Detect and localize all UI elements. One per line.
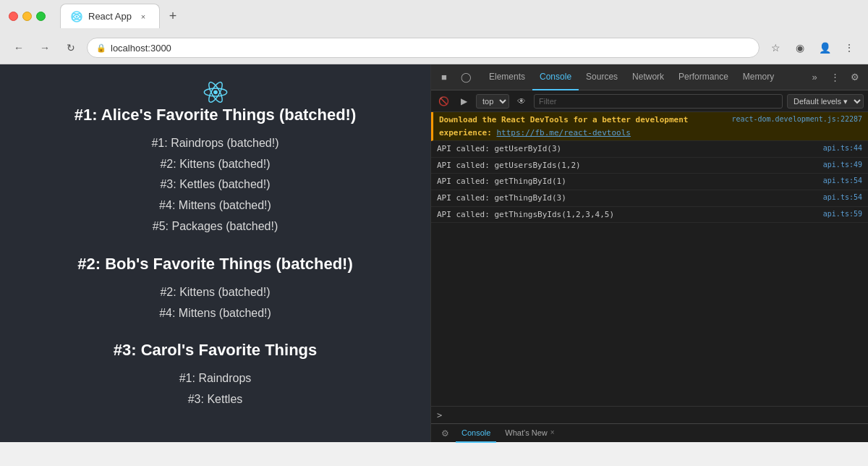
console-log-text-1: API called: getUserById(3) xyxy=(437,143,817,156)
console-warning-text: Download the React DevTools for a better… xyxy=(439,114,726,139)
tab-network[interactable]: Network xyxy=(625,64,671,90)
context-select[interactable]: top xyxy=(476,94,509,109)
bottom-tab-console[interactable]: Console xyxy=(456,424,496,443)
browser-tab[interactable]: React App × xyxy=(60,4,160,28)
title-bar: React App × + xyxy=(0,0,868,32)
more-tabs-button[interactable]: » xyxy=(804,67,825,88)
console-message-log-4: API called: getThingById(3) api.ts:54 xyxy=(431,190,868,207)
eye-icon[interactable]: 👁 xyxy=(514,93,529,109)
console-log-text-3: API called: getThingById(1) xyxy=(437,175,817,188)
tab-memory[interactable]: Memory xyxy=(736,64,781,90)
section3-items: #1: Raindrops#3: Kettles xyxy=(179,368,252,410)
address-bar[interactable]: 🔒 localhost:3000 xyxy=(87,38,760,58)
list-item: #3: Kettles xyxy=(179,389,252,410)
list-item: #4: Mittens (batched!) xyxy=(159,303,271,324)
new-tab-button[interactable]: + xyxy=(163,6,183,26)
address-bar-row: ← → ↻ 🔒 localhost:3000 ☆ ◉ 👤 ⋮ xyxy=(0,32,868,64)
devtools-link[interactable]: https://fb.me/react-devtools xyxy=(496,128,630,137)
console-message-log-2: API called: getUsersByIds(1,2) api.ts:49 xyxy=(431,158,868,174)
tab-performance[interactable]: Performance xyxy=(671,64,736,90)
console-log-text-2: API called: getUsersByIds(1,2) xyxy=(437,159,817,172)
url-display: localhost:3000 xyxy=(111,43,171,54)
menu-button[interactable]: ⋮ xyxy=(839,38,859,58)
react-logo xyxy=(172,79,259,106)
main-area: #1: Alice's Favorite Things (batched!) #… xyxy=(0,64,868,442)
console-log-source-1[interactable]: api.ts:44 xyxy=(823,143,862,156)
console-prompt-icon: > xyxy=(437,410,442,420)
minimize-window-button[interactable] xyxy=(22,12,32,21)
console-warning-source[interactable]: react-dom.development.js:22287 xyxy=(731,114,862,139)
device-toolbar-button[interactable]: ◯ xyxy=(456,67,476,88)
bottom-tab-whats-new-label: What's New xyxy=(505,428,547,437)
console-filter-toggle[interactable]: ▶ xyxy=(456,93,472,109)
back-button[interactable]: ← xyxy=(9,38,29,58)
browser-chrome: React App × + ← → ↻ 🔒 localhost:3000 ☆ ◉… xyxy=(0,0,868,64)
devtools-panel: ■ ◯ Elements Console Sources Network Per… xyxy=(430,64,868,442)
log-level-select[interactable]: Default levels ▾ xyxy=(787,94,864,109)
console-input[interactable] xyxy=(446,410,862,420)
inspect-element-button[interactable]: ■ xyxy=(434,67,454,88)
console-log-source-2[interactable]: api.ts:49 xyxy=(823,159,862,172)
profile-button[interactable]: 👤 xyxy=(814,38,835,58)
devtools-settings-button[interactable]: ⚙ xyxy=(845,67,865,88)
account-button[interactable]: ◉ xyxy=(790,38,810,58)
traffic-lights xyxy=(9,12,46,21)
tab-title: React App xyxy=(88,11,132,22)
console-log-source-4[interactable]: api.ts:54 xyxy=(823,192,862,205)
console-message-log-1: API called: getUserById(3) api.ts:44 xyxy=(431,141,868,158)
console-message-log-3: API called: getThingById(1) api.ts:54 xyxy=(431,174,868,190)
devtools-more-button[interactable]: ⋮ xyxy=(825,67,845,88)
console-clear-button[interactable]: 🚫 xyxy=(435,93,451,109)
tab-elements[interactable]: Elements xyxy=(482,64,532,90)
list-item: #3: Kettles (batched!) xyxy=(151,174,278,195)
tab-sources[interactable]: Sources xyxy=(579,64,625,90)
tab-favicon xyxy=(71,11,82,22)
list-item: #1: Raindrops (batched!) xyxy=(151,133,278,154)
list-item: #5: Packages (batched!) xyxy=(151,216,278,237)
console-message-log-5: API called: getThingsByIds(1,2,3,4,5) ap… xyxy=(431,207,868,224)
bottom-tab-console-label: Console xyxy=(461,428,490,437)
address-actions: ☆ ◉ 👤 ⋮ xyxy=(765,38,859,58)
console-message-warning: Download the React DevTools for a better… xyxy=(431,112,868,141)
console-toolbar: 🚫 ▶ top 👁 Default levels ▾ xyxy=(431,90,868,112)
close-window-button[interactable] xyxy=(9,12,18,21)
section3-title: #3: Carol's Favorite Things xyxy=(114,341,318,360)
refresh-button[interactable]: ↻ xyxy=(61,38,81,58)
tab-bar: React App × + xyxy=(51,4,192,28)
bottom-tab-whats-new[interactable]: What's New × xyxy=(499,424,560,443)
section2-title: #2: Bob's Favorite Things (batched!) xyxy=(77,255,353,274)
list-item: #1: Raindrops xyxy=(179,368,252,389)
bottom-tab-whats-new-close[interactable]: × xyxy=(550,428,555,436)
bottom-bar-settings-icon[interactable]: ⚙ xyxy=(437,425,453,441)
list-item: #4: Mittens (batched!) xyxy=(151,195,278,216)
list-item: #2: Kittens (batched!) xyxy=(159,282,271,303)
lock-icon: 🔒 xyxy=(96,43,106,53)
svg-point-3 xyxy=(76,15,78,17)
svg-point-4 xyxy=(213,90,218,95)
maximize-window-button[interactable] xyxy=(36,12,46,21)
section1-items: #1: Raindrops (batched!)#2: Kittens (bat… xyxy=(151,133,278,237)
app-content: #1: Alice's Favorite Things (batched!) #… xyxy=(0,64,430,442)
forward-button[interactable]: → xyxy=(35,38,55,58)
tab-close-button[interactable]: × xyxy=(137,11,149,22)
list-item: #2: Kittens (batched!) xyxy=(151,154,278,175)
section1-title: #1: Alice's Favorite Things (batched!) xyxy=(75,106,357,124)
devtools-tabs-left: ■ ◯ xyxy=(434,67,476,88)
tab-console[interactable]: Console xyxy=(532,64,579,90)
devtools-tabs: ■ ◯ Elements Console Sources Network Per… xyxy=(431,64,868,90)
console-log-text-5: API called: getThingsByIds(1,2,3,4,5) xyxy=(437,208,817,221)
console-log-source-3[interactable]: api.ts:54 xyxy=(823,175,862,188)
console-log-source-5[interactable]: api.ts:59 xyxy=(823,208,862,221)
console-input-row: > xyxy=(431,406,868,423)
section2-items: #2: Kittens (batched!)#4: Mittens (batch… xyxy=(159,282,271,324)
filter-input[interactable] xyxy=(534,94,783,109)
console-output: Download the React DevTools for a better… xyxy=(431,112,868,406)
bookmark-button[interactable]: ☆ xyxy=(765,38,786,58)
devtools-bottom-bar: ⚙ Console What's New × xyxy=(431,423,868,442)
console-log-text-4: API called: getThingById(3) xyxy=(437,192,817,205)
